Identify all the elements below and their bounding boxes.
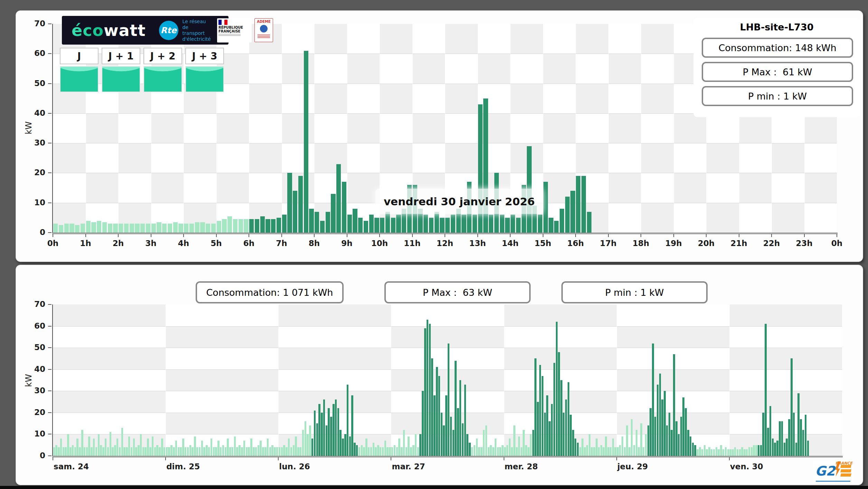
grid-cell	[729, 369, 842, 391]
grid-cell	[86, 113, 119, 143]
daily-pmax-badge: P Max : 61 kW	[702, 62, 853, 82]
bar	[124, 224, 129, 233]
bar	[581, 439, 583, 456]
g2e-france-logo: G2 FRANCE	[813, 461, 853, 483]
ecowatt-tile-j2[interactable]: J + 2	[143, 48, 182, 92]
bar	[253, 447, 254, 456]
bar	[354, 443, 355, 456]
grid-cell	[608, 24, 641, 54]
bar	[469, 443, 470, 456]
bar	[184, 224, 188, 233]
grid-cell	[118, 143, 151, 173]
bar	[114, 445, 116, 456]
grid-cell	[576, 173, 608, 203]
x-axis-tick	[53, 457, 53, 460]
x-axis-tick	[504, 457, 504, 460]
bar	[436, 367, 438, 456]
bar	[239, 445, 240, 456]
x-axis-tick-label: 5h	[201, 239, 232, 248]
bar	[116, 439, 118, 456]
bar	[638, 447, 640, 456]
bar	[173, 222, 178, 233]
bar	[213, 447, 215, 456]
grid-cell	[53, 304, 166, 326]
ecowatt-tile-j[interactable]: J	[60, 48, 99, 92]
bar	[490, 445, 492, 456]
bar	[455, 361, 456, 456]
bar	[305, 421, 306, 456]
grid-cell	[641, 24, 674, 54]
ecowatt-tile-j3[interactable]: J + 3	[185, 48, 224, 92]
bar	[149, 447, 151, 456]
grid-cell	[772, 143, 804, 173]
bar	[298, 176, 303, 233]
bar	[408, 436, 409, 456]
y-axis-tick-label: 10	[25, 198, 45, 207]
grid-cell	[278, 326, 391, 348]
bar	[293, 191, 297, 233]
grid-cell	[617, 304, 730, 326]
grid-vline	[314, 24, 315, 233]
bar	[323, 399, 325, 456]
ecowatt-tile-forecast-green	[60, 66, 99, 92]
bar	[297, 447, 299, 456]
bar	[211, 439, 212, 456]
bar	[429, 324, 431, 456]
bar	[206, 445, 207, 456]
gov-text-line2: FRANÇAISE	[218, 29, 250, 33]
bar	[708, 447, 710, 456]
bar	[539, 365, 541, 456]
bar	[600, 445, 602, 456]
x-axis-tick-label: ven. 30	[730, 462, 763, 471]
y-axis-tick-label: 10	[25, 429, 45, 438]
bottom-border	[0, 486, 868, 489]
grid-cell	[510, 54, 543, 84]
bar	[241, 447, 243, 456]
bar	[232, 447, 233, 456]
grid-cell	[86, 173, 119, 203]
bar	[511, 447, 513, 456]
bar	[260, 441, 261, 456]
x-axis-tick	[379, 234, 380, 237]
bar	[349, 436, 351, 456]
bar	[542, 376, 543, 456]
bar	[147, 439, 149, 456]
x-axis-tick	[347, 234, 347, 237]
x-axis-tick	[641, 234, 641, 237]
grid-cell	[412, 143, 445, 173]
bar	[546, 395, 548, 456]
grid-cell	[543, 54, 576, 84]
bar	[581, 176, 586, 233]
grid-cell	[641, 143, 674, 173]
grid-cell	[641, 203, 674, 233]
bar	[528, 447, 529, 456]
bar	[776, 441, 778, 456]
bar	[100, 445, 102, 456]
grid-cell	[216, 143, 249, 173]
bar	[91, 447, 92, 456]
bar	[500, 215, 504, 233]
grid-cell	[347, 84, 380, 114]
bar	[464, 385, 466, 456]
x-axis-line	[52, 456, 843, 458]
weekly-y-axis-unit: kW	[24, 374, 34, 387]
grid-cell	[729, 304, 842, 326]
bar	[713, 449, 715, 456]
grid-cell	[641, 84, 674, 114]
bar	[274, 447, 276, 456]
x-axis-tick-label: 22h	[756, 239, 787, 248]
bar	[706, 449, 708, 456]
bar	[532, 430, 534, 456]
grid-cell	[641, 113, 674, 143]
ecowatt-tile-j1[interactable]: J + 1	[102, 48, 140, 92]
bar	[157, 222, 161, 233]
bar	[358, 218, 363, 233]
grid-cell	[53, 326, 166, 348]
bar	[227, 216, 232, 233]
grid-cell	[445, 143, 478, 173]
x-axis-tick-label: 21h	[724, 239, 755, 248]
bar	[699, 447, 701, 456]
bar	[175, 441, 177, 456]
bar	[277, 218, 281, 233]
bar	[807, 441, 809, 456]
